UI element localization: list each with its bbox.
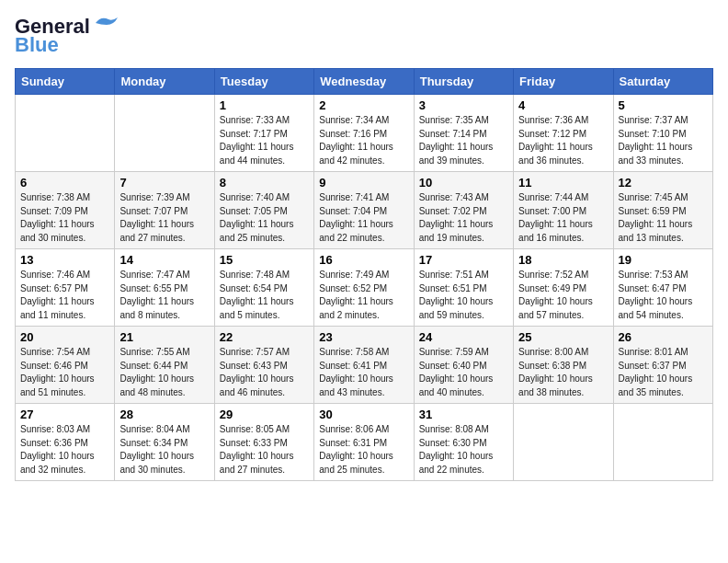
calendar-cell: 29Sunrise: 8:05 AM Sunset: 6:33 PM Dayli… bbox=[214, 404, 313, 481]
day-number: 5 bbox=[619, 98, 708, 112]
day-number: 29 bbox=[220, 408, 309, 421]
calendar-cell: 26Sunrise: 8:01 AM Sunset: 6:37 PM Dayli… bbox=[613, 327, 712, 404]
day-info: Sunrise: 7:41 AM Sunset: 7:04 PM Dayligh… bbox=[319, 191, 408, 245]
day-info: Sunrise: 7:37 AM Sunset: 7:10 PM Dayligh… bbox=[619, 114, 708, 167]
calendar-cell bbox=[613, 404, 712, 481]
calendar-cell: 23Sunrise: 7:58 AM Sunset: 6:41 PM Dayli… bbox=[314, 327, 414, 404]
calendar-cell: 31Sunrise: 8:08 AM Sunset: 6:30 PM Dayli… bbox=[414, 404, 513, 481]
day-info: Sunrise: 7:57 AM Sunset: 6:43 PM Dayligh… bbox=[220, 346, 309, 399]
day-info: Sunrise: 8:00 AM Sunset: 6:38 PM Dayligh… bbox=[518, 346, 608, 399]
calendar-cell: 2Sunrise: 7:34 AM Sunset: 7:16 PM Daylig… bbox=[314, 95, 414, 172]
day-number: 4 bbox=[518, 98, 608, 112]
calendar-body: 1Sunrise: 7:33 AM Sunset: 7:17 PM Daylig… bbox=[16, 95, 713, 481]
calendar-week-row: 20Sunrise: 7:54 AM Sunset: 6:46 PM Dayli… bbox=[16, 327, 713, 404]
weekday-header: Saturday bbox=[613, 69, 712, 95]
day-info: Sunrise: 7:46 AM Sunset: 6:57 PM Dayligh… bbox=[20, 269, 109, 322]
day-number: 2 bbox=[319, 98, 408, 112]
day-info: Sunrise: 7:34 AM Sunset: 7:16 PM Dayligh… bbox=[319, 114, 408, 167]
calendar-cell: 22Sunrise: 7:57 AM Sunset: 6:43 PM Dayli… bbox=[214, 327, 313, 404]
calendar-cell: 21Sunrise: 7:55 AM Sunset: 6:44 PM Dayli… bbox=[115, 327, 214, 404]
weekday-header: Monday bbox=[115, 69, 214, 95]
day-number: 28 bbox=[119, 408, 209, 421]
calendar-cell: 8Sunrise: 7:40 AM Sunset: 7:05 PM Daylig… bbox=[214, 172, 313, 249]
calendar-cell bbox=[514, 404, 613, 481]
calendar-cell: 9Sunrise: 7:41 AM Sunset: 7:04 PM Daylig… bbox=[314, 172, 414, 249]
weekday-header: Thursday bbox=[414, 69, 513, 95]
calendar-cell: 28Sunrise: 8:04 AM Sunset: 6:34 PM Dayli… bbox=[115, 404, 214, 481]
day-number: 20 bbox=[20, 330, 109, 344]
day-number: 7 bbox=[119, 176, 209, 190]
calendar-cell: 18Sunrise: 7:52 AM Sunset: 6:49 PM Dayli… bbox=[514, 249, 613, 327]
calendar-cell bbox=[115, 95, 214, 172]
day-info: Sunrise: 7:43 AM Sunset: 7:02 PM Dayligh… bbox=[419, 191, 508, 245]
day-info: Sunrise: 8:03 AM Sunset: 6:36 PM Dayligh… bbox=[20, 423, 109, 477]
day-number: 14 bbox=[119, 253, 209, 267]
day-number: 6 bbox=[20, 176, 109, 190]
day-number: 11 bbox=[518, 176, 608, 190]
calendar-cell: 10Sunrise: 7:43 AM Sunset: 7:02 PM Dayli… bbox=[414, 172, 513, 249]
day-info: Sunrise: 7:58 AM Sunset: 6:41 PM Dayligh… bbox=[319, 346, 408, 399]
calendar-cell: 6Sunrise: 7:38 AM Sunset: 7:09 PM Daylig… bbox=[16, 172, 115, 249]
calendar-cell: 30Sunrise: 8:06 AM Sunset: 6:31 PM Dayli… bbox=[314, 404, 414, 481]
day-info: Sunrise: 7:45 AM Sunset: 6:59 PM Dayligh… bbox=[619, 191, 708, 245]
day-info: Sunrise: 7:33 AM Sunset: 7:17 PM Dayligh… bbox=[220, 114, 309, 167]
weekday-header: Wednesday bbox=[314, 69, 414, 95]
calendar-cell: 1Sunrise: 7:33 AM Sunset: 7:17 PM Daylig… bbox=[214, 95, 313, 172]
logo-blue: Blue bbox=[15, 33, 59, 57]
day-number: 9 bbox=[319, 176, 408, 190]
day-info: Sunrise: 7:40 AM Sunset: 7:05 PM Dayligh… bbox=[220, 191, 309, 245]
calendar-week-row: 6Sunrise: 7:38 AM Sunset: 7:09 PM Daylig… bbox=[16, 172, 713, 249]
calendar-header-row: SundayMondayTuesdayWednesdayThursdayFrid… bbox=[16, 69, 713, 95]
calendar-week-row: 1Sunrise: 7:33 AM Sunset: 7:17 PM Daylig… bbox=[16, 95, 713, 172]
day-number: 10 bbox=[419, 176, 508, 190]
day-info: Sunrise: 7:36 AM Sunset: 7:12 PM Dayligh… bbox=[518, 114, 608, 167]
day-number: 3 bbox=[419, 98, 508, 112]
weekday-header: Tuesday bbox=[214, 69, 313, 95]
calendar-cell: 7Sunrise: 7:39 AM Sunset: 7:07 PM Daylig… bbox=[115, 172, 214, 249]
day-number: 30 bbox=[319, 408, 408, 421]
day-number: 24 bbox=[419, 330, 508, 344]
day-number: 1 bbox=[220, 98, 309, 112]
weekday-header: Friday bbox=[514, 69, 613, 95]
day-info: Sunrise: 7:49 AM Sunset: 6:52 PM Dayligh… bbox=[319, 269, 408, 322]
day-number: 22 bbox=[220, 330, 309, 344]
calendar-cell: 27Sunrise: 8:03 AM Sunset: 6:36 PM Dayli… bbox=[16, 404, 115, 481]
day-info: Sunrise: 8:06 AM Sunset: 6:31 PM Dayligh… bbox=[319, 423, 408, 477]
day-number: 13 bbox=[20, 253, 109, 267]
calendar-cell: 17Sunrise: 7:51 AM Sunset: 6:51 PM Dayli… bbox=[414, 249, 513, 327]
calendar-cell: 15Sunrise: 7:48 AM Sunset: 6:54 PM Dayli… bbox=[214, 249, 313, 327]
logo: General Blue bbox=[15, 15, 118, 57]
calendar-week-row: 27Sunrise: 8:03 AM Sunset: 6:36 PM Dayli… bbox=[16, 404, 713, 481]
day-info: Sunrise: 7:51 AM Sunset: 6:51 PM Dayligh… bbox=[419, 269, 508, 322]
day-info: Sunrise: 7:52 AM Sunset: 6:49 PM Dayligh… bbox=[518, 269, 608, 322]
day-number: 15 bbox=[220, 253, 309, 267]
day-number: 21 bbox=[119, 330, 209, 344]
day-number: 27 bbox=[20, 408, 109, 421]
day-info: Sunrise: 7:48 AM Sunset: 6:54 PM Dayligh… bbox=[220, 269, 309, 322]
weekday-header: Sunday bbox=[16, 69, 115, 95]
day-info: Sunrise: 7:47 AM Sunset: 6:55 PM Dayligh… bbox=[119, 269, 209, 322]
calendar-cell bbox=[16, 95, 115, 172]
calendar-cell: 4Sunrise: 7:36 AM Sunset: 7:12 PM Daylig… bbox=[514, 95, 613, 172]
calendar-week-row: 13Sunrise: 7:46 AM Sunset: 6:57 PM Dayli… bbox=[16, 249, 713, 327]
calendar-cell: 3Sunrise: 7:35 AM Sunset: 7:14 PM Daylig… bbox=[414, 95, 513, 172]
day-info: Sunrise: 7:44 AM Sunset: 7:00 PM Dayligh… bbox=[518, 191, 608, 245]
day-info: Sunrise: 7:53 AM Sunset: 6:47 PM Dayligh… bbox=[619, 269, 708, 322]
day-number: 23 bbox=[319, 330, 408, 344]
day-number: 16 bbox=[319, 253, 408, 267]
day-number: 18 bbox=[518, 253, 608, 267]
calendar-cell: 11Sunrise: 7:44 AM Sunset: 7:00 PM Dayli… bbox=[514, 172, 613, 249]
day-info: Sunrise: 7:59 AM Sunset: 6:40 PM Dayligh… bbox=[419, 346, 508, 399]
page-header: General Blue bbox=[15, 15, 713, 57]
day-info: Sunrise: 8:05 AM Sunset: 6:33 PM Dayligh… bbox=[220, 423, 309, 477]
calendar-table: SundayMondayTuesdayWednesdayThursdayFrid… bbox=[15, 68, 713, 481]
calendar-cell: 19Sunrise: 7:53 AM Sunset: 6:47 PM Dayli… bbox=[613, 249, 712, 327]
day-info: Sunrise: 7:39 AM Sunset: 7:07 PM Dayligh… bbox=[119, 191, 209, 245]
day-number: 19 bbox=[619, 253, 708, 267]
calendar-cell: 13Sunrise: 7:46 AM Sunset: 6:57 PM Dayli… bbox=[16, 249, 115, 327]
day-number: 12 bbox=[619, 176, 708, 190]
day-info: Sunrise: 8:04 AM Sunset: 6:34 PM Dayligh… bbox=[119, 423, 209, 477]
day-number: 25 bbox=[518, 330, 608, 344]
day-info: Sunrise: 7:35 AM Sunset: 7:14 PM Dayligh… bbox=[419, 114, 508, 167]
day-info: Sunrise: 7:38 AM Sunset: 7:09 PM Dayligh… bbox=[20, 191, 109, 245]
